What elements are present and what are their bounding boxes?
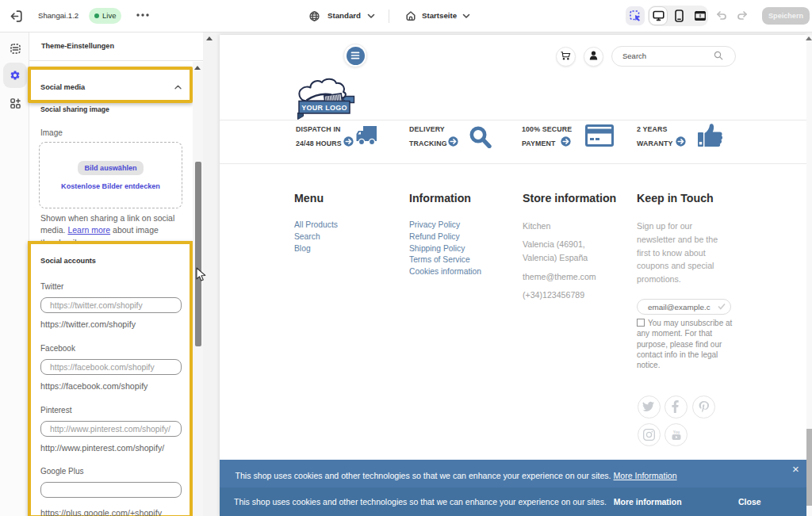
svg-text:YOUR LOGO: YOUR LOGO bbox=[301, 104, 347, 112]
svg-text:You: You bbox=[672, 430, 680, 434]
